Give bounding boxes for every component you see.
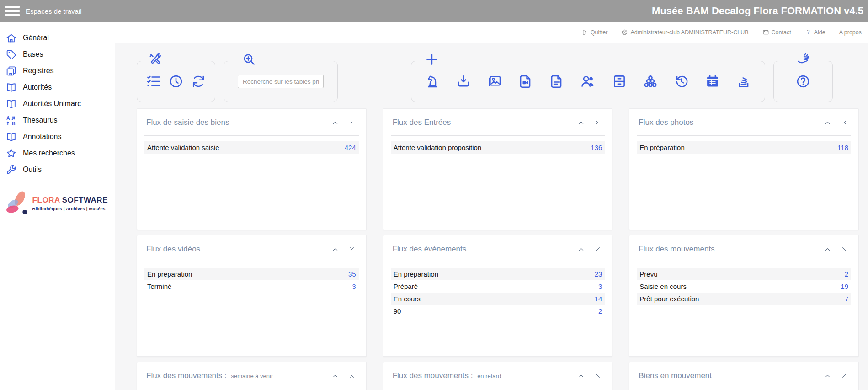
collapse-card-button[interactable] xyxy=(578,373,585,379)
menu-item-contact[interactable]: Contact xyxy=(762,29,791,36)
sidebar-item-outils[interactable]: Outils xyxy=(0,161,108,178)
zoom-in-legend-button[interactable] xyxy=(240,53,259,66)
cabinet-button[interactable] xyxy=(612,74,627,89)
flux-row-en-preparation[interactable]: En préparation23 xyxy=(391,268,605,280)
tools-legend-button[interactable] xyxy=(145,53,165,66)
chess-knight-button[interactable] xyxy=(425,74,440,89)
card-divider xyxy=(391,135,605,136)
sidebar-item-autorites-unimarc[interactable]: Autorités Unimarc xyxy=(0,96,108,112)
flux-row-en-preparation[interactable]: En préparation118 xyxy=(637,141,851,154)
menu-item-aide[interactable]: ?Aide xyxy=(805,29,825,36)
flux-row-value[interactable]: 2 xyxy=(598,307,602,315)
document-button[interactable] xyxy=(549,74,564,89)
sidebar: GénéralBasesRegistresAutoritésAutorités … xyxy=(0,22,108,390)
flux-row-attente-validation-proposition[interactable]: Attente validation proposition136 xyxy=(391,141,605,154)
card-body: En préparation118 xyxy=(629,141,858,154)
flux-row-value[interactable]: 118 xyxy=(837,144,848,151)
flux-row-attente-validation-saisie[interactable]: Attente validation saisie424 xyxy=(144,141,359,154)
flux-row-value[interactable]: 23 xyxy=(595,270,602,278)
flux-row-value[interactable]: 14 xyxy=(595,295,602,303)
close-card-button[interactable] xyxy=(595,246,601,252)
flux-row-90[interactable]: 902 xyxy=(391,305,605,317)
photos-button[interactable] xyxy=(487,74,502,89)
close-card-button[interactable] xyxy=(349,246,355,252)
card-flux-des-mouvements: Flux des mouvementsPrévu2Saisie en cours… xyxy=(629,235,859,357)
clock-button[interactable] xyxy=(168,74,184,89)
flux-row-prevu[interactable]: Prévu2 xyxy=(637,268,851,280)
card-header: Flux des Entrées xyxy=(383,109,612,132)
refresh-button[interactable] xyxy=(191,74,206,89)
users-button[interactable] xyxy=(580,74,596,89)
sidebar-item-mes-recherches[interactable]: Mes recherches xyxy=(0,145,108,161)
workspace-label[interactable]: Espaces de travail xyxy=(26,7,82,15)
toolbar-group-2 xyxy=(224,61,338,102)
sidebar-item-registres[interactable]: Registres xyxy=(0,63,108,79)
close-card-button[interactable] xyxy=(595,119,601,126)
close-card-button[interactable] xyxy=(349,373,355,379)
flux-row-label: 90 xyxy=(394,307,401,315)
close-card-button[interactable] xyxy=(841,119,847,126)
checklist-button[interactable] xyxy=(146,74,161,89)
sidebar-item-general[interactable]: Général xyxy=(0,30,108,46)
menu-item-quitter[interactable]: Quitter xyxy=(581,29,608,36)
sidebar-item-autorites[interactable]: Autorités xyxy=(0,79,108,96)
card-title: Flux des Entrées xyxy=(393,118,451,127)
flux-row-value[interactable]: 3 xyxy=(352,283,356,290)
flux-row-termine[interactable]: Terminé3 xyxy=(144,280,359,293)
menu-item-a-propos[interactable]: A propos xyxy=(839,29,862,36)
collapse-card-button[interactable] xyxy=(578,246,585,253)
collapse-card-button[interactable] xyxy=(332,119,339,126)
question-circle-button[interactable] xyxy=(795,74,811,89)
flux-row-en-preparation[interactable]: En préparation35 xyxy=(144,268,359,280)
flux-row-saisie-en-cours[interactable]: Saisie en cours19 xyxy=(637,280,851,293)
sidebar-item-annotations[interactable]: Annotations xyxy=(0,128,108,145)
flux-row-en-cours[interactable]: En cours14 xyxy=(391,293,605,305)
flux-row-value[interactable]: 35 xyxy=(348,270,356,278)
card-header: Flux des mouvements : en retard xyxy=(383,362,612,385)
flux-row-value[interactable]: 7 xyxy=(845,295,848,303)
hamburger-menu-icon[interactable] xyxy=(5,6,20,16)
main-search-input[interactable] xyxy=(238,75,324,88)
calendar-button[interactable] xyxy=(705,74,720,89)
card-title: Flux des vidéos xyxy=(146,245,200,254)
card-flux-des-evenements: Flux des évènementsEn préparation23Prépa… xyxy=(383,235,613,357)
collapse-card-button[interactable] xyxy=(824,246,831,253)
close-card-button[interactable] xyxy=(841,246,847,252)
close-card-button[interactable] xyxy=(841,373,847,379)
card-header: Flux des mouvements : semaine à venir xyxy=(137,362,366,385)
logout-icon xyxy=(581,29,588,36)
video-file-button[interactable] xyxy=(518,74,533,89)
collapse-card-button[interactable] xyxy=(824,373,831,379)
sidebar-item-bases[interactable]: Bases xyxy=(0,46,108,63)
sidebar-item-thesaurus[interactable]: ABThesaurus xyxy=(0,112,108,128)
flux-row-value[interactable]: 424 xyxy=(345,144,356,151)
sidebar-nav: GénéralBasesRegistresAutoritésAutorités … xyxy=(0,30,108,178)
download-button[interactable] xyxy=(456,74,471,89)
card-flux-des-photos: Flux des photosEn préparation118 xyxy=(629,108,859,230)
stack-button[interactable] xyxy=(736,74,751,89)
flux-row-pret-pour-execution[interactable]: Prêt pour exécution7 xyxy=(637,293,851,305)
collapse-card-button[interactable] xyxy=(332,373,339,379)
menu-item-administrateur-club-administrateur-club[interactable]: Administrateur-club ADMINISTRATEUR-CLUB xyxy=(621,29,748,36)
menu-item-label: Contact xyxy=(772,29,791,36)
close-icon xyxy=(595,246,601,252)
snap-fingers-legend-button[interactable] xyxy=(793,53,813,66)
flux-row-value[interactable]: 2 xyxy=(845,270,848,278)
flux-row-prepare[interactable]: Préparé3 xyxy=(391,280,605,293)
toolbar-group-4 xyxy=(773,61,833,102)
cluster-button[interactable] xyxy=(643,74,658,89)
wrench-icon xyxy=(5,164,17,176)
flux-row-value[interactable]: 3 xyxy=(598,283,602,290)
flux-row-value[interactable]: 19 xyxy=(841,283,848,290)
close-card-button[interactable] xyxy=(595,373,601,379)
collapse-card-button[interactable] xyxy=(578,119,585,126)
history-icon xyxy=(674,74,689,89)
plus-legend-button[interactable] xyxy=(422,53,442,66)
card-flux-des-mouvements-en-retard: Flux des mouvements : en retard xyxy=(383,362,613,390)
collapse-card-button[interactable] xyxy=(824,119,831,126)
collapse-card-button[interactable] xyxy=(332,246,339,253)
close-card-button[interactable] xyxy=(349,119,355,126)
card-flux-des-videos: Flux des vidéosEn préparation35Terminé3 xyxy=(137,235,367,357)
history-button[interactable] xyxy=(674,74,689,89)
flux-row-value[interactable]: 136 xyxy=(591,144,602,151)
